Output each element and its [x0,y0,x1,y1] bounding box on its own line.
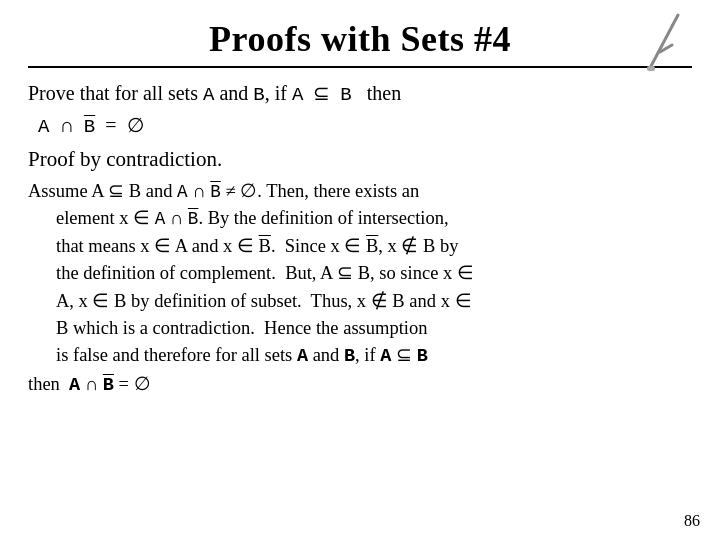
pb-bold-B: B [344,346,355,367]
title-divider [28,66,692,68]
pb-bold-A2: A [380,346,391,367]
proof-label: Proof by contradiction. [28,147,692,172]
proof-indent3: the definition of complement. But, A ⊆ B… [56,263,474,283]
pb-Bbar4: B [366,236,378,256]
set-A: A [203,84,214,106]
set-A2: A [292,84,303,106]
svg-rect-2 [647,66,655,71]
pb-Bbar3: B [259,236,271,256]
slide-title: Proofs with Sets #4 [28,18,692,60]
svg-line-0 [650,15,678,68]
set-B2: B [340,84,351,106]
proof-indent4: A, x ∈ B by definition of subset. Thus, … [56,291,472,311]
pb-A: A [177,182,188,202]
pb-bold-A: A [297,346,308,367]
pb-A2: A [155,209,166,229]
slide-number: 86 [684,512,700,530]
proof-indent1: element x ∈ A ∩ B. By the definition of … [56,208,449,228]
pb-bold-B2: B [417,346,428,367]
proof-indent5: B which is a contradiction. Hence the as… [56,318,427,338]
slide: Proofs with Sets #4 Prove that for all s… [0,0,720,540]
proof-indent6: is false and therefore for all sets A an… [56,345,428,365]
pb-Bbar2: B [188,209,199,229]
pb-Bbar: B [210,182,221,202]
main-statement: Prove that for all sets A and B, if A ⊆ … [28,78,692,141]
pb-then-Bbar: B [103,375,114,396]
set-B: B [253,84,264,106]
pb-then-A: A [69,375,80,396]
sword-icon [640,10,690,70]
proof-body: Assume A ⊆ B and A ∩ B ≠ ∅. Then, there … [28,178,692,399]
proof-indent2: that means x ∈ A and x ∈ B. Since x ∈ B,… [56,236,459,256]
conclusion-formula: A [38,116,49,138]
Bbar: B [84,116,95,138]
title-area: Proofs with Sets #4 [28,18,692,60]
